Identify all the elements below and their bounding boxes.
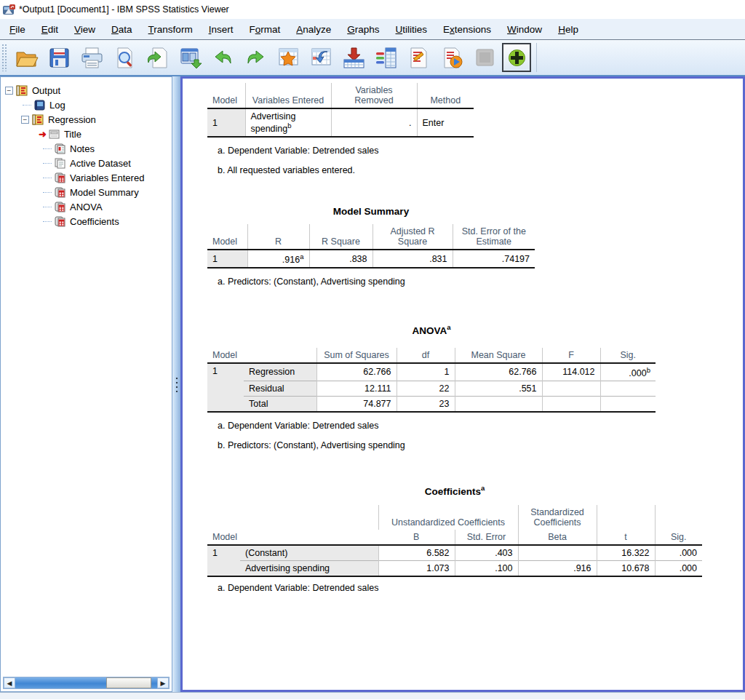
print-preview-icon <box>113 47 137 69</box>
column-header: Sig. <box>655 530 702 545</box>
column-header: Model <box>207 348 316 363</box>
tree-item-regression[interactable]: − Regression <box>1 112 172 127</box>
pivot-table-icon <box>54 216 66 227</box>
redo-button[interactable] <box>240 42 271 73</box>
anova-table[interactable]: Model Sum of Squares df Mean Square F Si… <box>207 348 656 413</box>
undo-icon <box>211 47 235 69</box>
menu-utilities[interactable]: Utilities <box>388 21 436 38</box>
scroll-right-arrow-icon[interactable]: ▶ <box>157 677 169 688</box>
export-icon <box>178 47 202 69</box>
goto-data-icon <box>276 47 300 69</box>
tree-item-label: Title <box>64 129 81 140</box>
tree-connector <box>43 178 52 178</box>
table-cell: 10.678 <box>597 561 655 577</box>
goto-data-button[interactable] <box>273 42 303 73</box>
column-header: Adjusted R Square <box>372 224 453 250</box>
menu-extensions[interactable]: Extensions <box>435 21 499 38</box>
print-preview-button[interactable] <box>109 42 140 73</box>
goto-case-button[interactable] <box>306 42 336 73</box>
tree-item-variables-entered[interactable]: Variables Entered <box>1 170 172 185</box>
variables-button[interactable] <box>371 42 402 73</box>
table-cell: 16.322 <box>597 545 655 561</box>
menu-file[interactable]: File <box>1 21 33 38</box>
tree-connector <box>43 192 52 193</box>
active-dataset-icon <box>54 158 66 169</box>
outline-tree: − Output Log − Regression ➜ Title <box>1 77 172 228</box>
collapse-icon[interactable]: − <box>5 87 13 95</box>
scrollbar-track[interactable] <box>15 677 157 688</box>
column-header: Variables Entered <box>245 83 331 108</box>
menu-view[interactable]: View <box>66 21 103 38</box>
undo-button[interactable] <box>207 42 238 73</box>
pane-splitter[interactable] <box>172 76 180 692</box>
table-cell: Regression <box>244 363 316 381</box>
table-cell: 114.012 <box>542 363 600 381</box>
tree-item-coefficients[interactable]: Coefficients <box>1 214 172 228</box>
tree-item-anova[interactable]: ANOVA <box>1 199 172 214</box>
table-cell: 1 <box>207 108 245 137</box>
export-button[interactable] <box>175 42 205 73</box>
table-cell: .000 <box>655 545 702 561</box>
menu-data[interactable]: Data <box>103 21 140 38</box>
table-cell: Total <box>244 396 316 412</box>
tree-item-notes[interactable]: Notes <box>1 141 172 156</box>
table-cell: .916a <box>247 250 309 268</box>
table-cell: 22 <box>397 381 455 396</box>
table-cell: .000b <box>600 363 656 381</box>
table-footnote: b. Predictors: (Constant), Advertising s… <box>218 440 743 450</box>
print-button[interactable] <box>76 42 107 73</box>
designate-window-button[interactable] <box>502 43 531 72</box>
tree-item-title[interactable]: ➜ Title <box>1 127 172 141</box>
menu-window[interactable]: Window <box>499 21 550 38</box>
menu-graphs[interactable]: Graphs <box>339 21 387 38</box>
column-header: Sig. <box>600 348 656 363</box>
tree-item-output[interactable]: − Output <box>1 83 172 98</box>
table-cell: 12.111 <box>316 381 397 396</box>
tree-item-active-dataset[interactable]: Active Dataset <box>1 156 172 170</box>
table-cell <box>542 396 600 412</box>
scrollbar-thumb[interactable] <box>106 677 151 688</box>
tree-connector <box>43 163 52 164</box>
model-summary-table[interactable]: Model R R Square Adjusted R Square Std. … <box>207 224 535 269</box>
tree-item-log[interactable]: Log <box>1 98 172 112</box>
insert-case-icon <box>342 47 366 69</box>
toolbar-separator <box>536 43 537 72</box>
pivot-table-icon <box>54 187 66 198</box>
collapse-icon[interactable]: − <box>21 116 29 124</box>
menu-analyze[interactable]: Analyze <box>288 21 339 38</box>
window-title: *Output1 [Document1] - IBM SPSS Statisti… <box>19 4 229 15</box>
column-header <box>597 505 655 530</box>
run-script-button[interactable] <box>437 42 467 73</box>
tree-horizontal-scrollbar[interactable]: ◀ ▶ <box>3 677 170 689</box>
table-title: ANOVAa <box>207 323 656 336</box>
menu-edit[interactable]: Edit <box>33 21 66 38</box>
column-header: Sum of Squares <box>316 348 397 363</box>
title-icon <box>48 129 60 140</box>
menu-help[interactable]: Help <box>550 21 586 38</box>
table-cell <box>600 381 656 396</box>
output-book-icon <box>16 85 28 96</box>
table-cell: 62.766 <box>316 363 397 381</box>
variables-entered-removed-table[interactable]: Model Variables Entered Variables Remove… <box>207 83 474 138</box>
redo-icon <box>244 47 268 69</box>
select-last-output-button[interactable] <box>469 42 500 73</box>
column-header: Model <box>207 83 245 108</box>
table-cell: Advertising spendingb <box>245 108 331 137</box>
menu-format[interactable]: Format <box>241 21 288 38</box>
menu-transform[interactable]: Transform <box>140 21 201 38</box>
coefficients-table[interactable]: Model Unstandardized Coefficients Standa… <box>207 505 702 577</box>
open-button[interactable] <box>11 42 41 73</box>
toolbar-gripper[interactable] <box>1 44 7 71</box>
designate-window-icon <box>505 47 529 69</box>
recall-dialogs-icon <box>146 47 170 69</box>
table-cell <box>455 396 542 412</box>
save-button[interactable] <box>44 42 74 73</box>
recall-dialogs-button[interactable] <box>142 42 172 73</box>
scroll-left-arrow-icon[interactable]: ◀ <box>4 677 15 688</box>
insert-case-button[interactable] <box>338 42 369 73</box>
edit-text-button[interactable] <box>404 42 434 73</box>
table-cell: 1.073 <box>378 561 455 577</box>
menu-insert[interactable]: Insert <box>201 21 242 38</box>
column-header: Method <box>417 83 474 108</box>
tree-item-model-summary[interactable]: Model Summary <box>1 185 172 199</box>
